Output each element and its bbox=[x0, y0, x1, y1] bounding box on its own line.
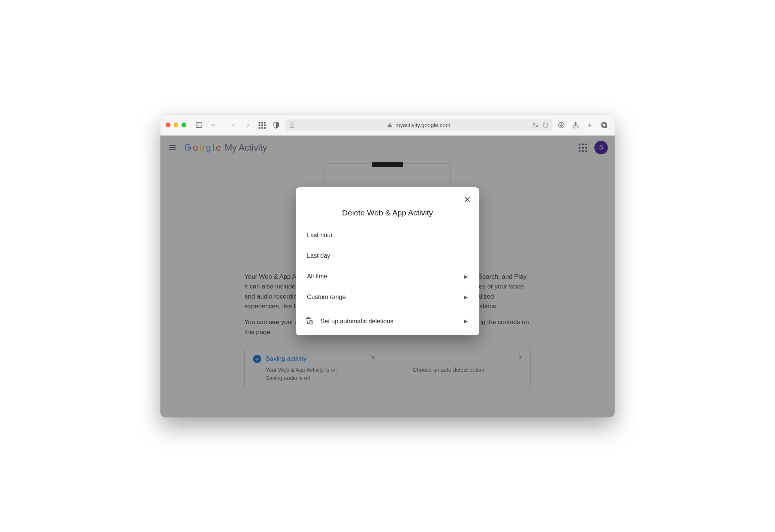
downloads-icon[interactable] bbox=[556, 120, 567, 130]
caret-right-icon: ▶ bbox=[464, 294, 468, 300]
option-last-day[interactable]: Last day bbox=[296, 245, 479, 266]
lock-icon bbox=[387, 123, 392, 128]
browser-toolbar: myactivity.google.com bbox=[160, 115, 615, 136]
option-label: All time bbox=[307, 273, 327, 280]
window-controls bbox=[166, 123, 186, 127]
auto-delete-icon bbox=[305, 316, 314, 326]
option-custom-range[interactable]: Custom range ▶ bbox=[296, 287, 479, 307]
minimize-window-button[interactable] bbox=[174, 123, 178, 127]
close-window-button[interactable] bbox=[166, 123, 171, 127]
translate-icon[interactable] bbox=[532, 122, 539, 129]
caret-right-icon: ▶ bbox=[464, 273, 468, 279]
back-button[interactable] bbox=[228, 120, 239, 130]
address-bar-text: myactivity.google.com bbox=[395, 122, 450, 128]
tabs-overview-icon[interactable] bbox=[599, 120, 609, 130]
start-page-icon[interactable] bbox=[257, 120, 267, 130]
svg-rect-0 bbox=[196, 123, 202, 127]
caret-right-icon: ▶ bbox=[464, 318, 468, 324]
chevron-down-icon[interactable] bbox=[208, 120, 218, 130]
option-auto-deletions[interactable]: Set up automatic deletions ▶ bbox=[296, 309, 479, 333]
close-icon[interactable] bbox=[461, 193, 474, 206]
share-icon[interactable] bbox=[570, 120, 581, 130]
maximize-window-button[interactable] bbox=[181, 123, 186, 127]
new-tab-icon[interactable] bbox=[585, 120, 595, 130]
sidebar-toggle-icon[interactable] bbox=[194, 120, 204, 130]
browser-window: myactivity.google.com bbox=[160, 115, 615, 417]
option-all-time[interactable]: All time ▶ bbox=[296, 266, 479, 287]
privacy-shield-icon[interactable] bbox=[271, 120, 281, 130]
svg-rect-12 bbox=[601, 123, 606, 127]
reload-icon[interactable] bbox=[543, 122, 549, 128]
delete-activity-dialog: Delete Web & App Activity Last hour Last… bbox=[296, 187, 479, 335]
forward-button[interactable] bbox=[242, 120, 253, 130]
dialog-title: Delete Web & App Activity bbox=[296, 187, 479, 225]
address-bar[interactable]: myactivity.google.com bbox=[285, 119, 552, 131]
reader-mode-icon[interactable] bbox=[289, 122, 295, 128]
option-last-hour[interactable]: Last hour bbox=[296, 225, 479, 245]
option-label: Last hour bbox=[307, 232, 333, 239]
option-label: Custom range bbox=[307, 293, 346, 300]
option-label: Last day bbox=[307, 252, 330, 259]
page-content: Google My Activity S Your Web & App Acti… bbox=[160, 136, 615, 417]
svg-rect-11 bbox=[603, 123, 607, 127]
option-label: Set up automatic deletions bbox=[320, 318, 457, 325]
